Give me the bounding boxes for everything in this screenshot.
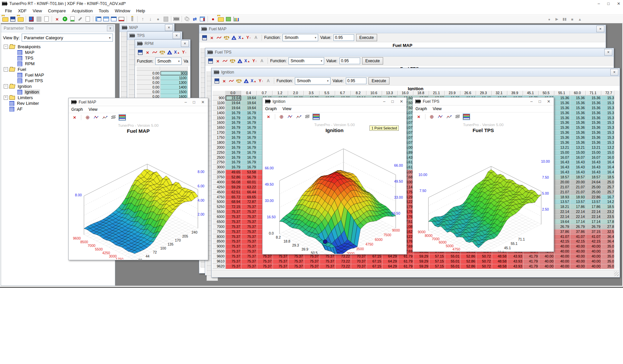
- row-header[interactable]: 8000: [212, 234, 226, 239]
- log-green-icon[interactable]: [225, 16, 232, 22]
- menu-help[interactable]: Help: [133, 8, 148, 14]
- rpm-breakpoint-cell[interactable]: 1400: [160, 85, 188, 90]
- data-cell[interactable]: 22.14: [570, 209, 586, 214]
- data-cell[interactable]: 61.79: [398, 264, 413, 269]
- data-cell[interactable]: 49.65: [226, 170, 241, 175]
- data-cell[interactable]: 15.36: [570, 135, 586, 140]
- legend-icon[interactable]: [463, 114, 470, 120]
- data-cell[interactable]: 43.93: [507, 259, 523, 264]
- playback-play-icon[interactable]: ▶: [553, 16, 560, 22]
- data-cell[interactable]: 75.37: [257, 264, 273, 269]
- trace-icon[interactable]: [222, 58, 229, 64]
- data-cell[interactable]: 40.00: [539, 264, 554, 269]
- column-header[interactable]: 45.1: [523, 91, 539, 95]
- data-cell[interactable]: 65.72: [226, 195, 241, 200]
- data-cell[interactable]: 75.37: [304, 264, 319, 269]
- data-cell[interactable]: 75.37: [319, 264, 335, 269]
- row-header[interactable]: 2250: [212, 150, 226, 155]
- maximize-icon[interactable]: □: [391, 99, 394, 104]
- column-header[interactable]: 3.5: [304, 91, 319, 95]
- trace-large-icon[interactable]: [446, 114, 452, 120]
- row-header[interactable]: 1700: [212, 130, 226, 135]
- data-cell[interactable]: 73.22: [335, 259, 351, 264]
- data-cell[interactable]: 61.79: [398, 254, 413, 259]
- data-cell[interactable]: 64.29: [382, 259, 398, 264]
- close-icon[interactable]: ×: [596, 26, 604, 32]
- data-cell[interactable]: 16.43: [570, 165, 586, 170]
- data-cell[interactable]: 15.36: [586, 100, 601, 105]
- close-icon[interactable]: ✕: [547, 99, 550, 104]
- row-header[interactable]: 3000: [212, 165, 226, 170]
- label-a-icon[interactable]: A: [259, 58, 265, 64]
- edit-a-icon[interactable]: A: [243, 78, 250, 84]
- tree-item-map[interactable]: −MAP: [3, 50, 115, 55]
- data-cell[interactable]: 16.79: [241, 150, 257, 155]
- data-cell[interactable]: 75.37: [226, 224, 241, 229]
- tree-item-fuel[interactable]: −Fuel: [3, 67, 115, 72]
- probe-icon[interactable]: [129, 16, 136, 22]
- tree-expander-icon[interactable]: −: [4, 84, 8, 89]
- row-header[interactable]: 9500: [212, 249, 226, 254]
- data-cell[interactable]: 16.79: [226, 130, 241, 135]
- data-cell[interactable]: 59.29: [413, 254, 429, 259]
- tree-item-fuel-tps[interactable]: −Fuel TPS: [3, 78, 115, 84]
- playback-eject-icon[interactable]: ▲: [576, 16, 583, 22]
- data-cell[interactable]: 61.79: [398, 259, 413, 264]
- save-icon[interactable]: [214, 78, 220, 84]
- data-cell[interactable]: 25.00: [586, 185, 601, 190]
- trace-icon[interactable]: [216, 35, 223, 41]
- data-cell[interactable]: 42.15: [554, 239, 570, 244]
- column-header[interactable]: 50.5: [539, 91, 554, 95]
- row-header[interactable]: 4000: [212, 180, 226, 185]
- data-cell[interactable]: 53.58: [241, 170, 257, 175]
- column-header[interactable]: 26.6: [460, 91, 476, 95]
- close-icon[interactable]: ×: [165, 24, 173, 31]
- view-properties-icon[interactable]: [110, 16, 117, 22]
- maximize-icon[interactable]: □: [193, 100, 195, 104]
- trace-large-icon[interactable]: [102, 114, 108, 120]
- data-cell[interactable]: 75.37: [257, 254, 273, 259]
- data-cell[interactable]: 15.36: [554, 135, 570, 140]
- rpm-value-cell[interactable]: 0.00: [136, 90, 160, 94]
- sync-arrows-icon[interactable]: ⇄: [191, 16, 198, 22]
- add-icon[interactable]: +: [61, 16, 68, 22]
- minimize-icon[interactable]: –: [598, 1, 600, 6]
- data-cell[interactable]: 15.36: [570, 100, 586, 105]
- data-cell[interactable]: 15.36: [570, 110, 586, 115]
- graph-menu-view[interactable]: View: [89, 107, 101, 112]
- scales-icon[interactable]: [223, 35, 230, 41]
- data-cell[interactable]: 75.37: [241, 244, 257, 249]
- open-icon[interactable]: [2, 16, 9, 22]
- column-header[interactable]: 0.7: [257, 91, 273, 95]
- data-cell[interactable]: 75.37: [319, 254, 335, 259]
- data-cell[interactable]: 55.01: [445, 259, 460, 264]
- data-cell[interactable]: 52.86: [460, 264, 476, 269]
- data-cell[interactable]: 75.37: [226, 234, 241, 239]
- data-cell[interactable]: 59.29: [413, 264, 429, 269]
- export-compare-icon[interactable]: [35, 16, 42, 22]
- data-cell[interactable]: 16.79: [241, 135, 257, 140]
- data-cell[interactable]: 21.07: [570, 185, 586, 190]
- data-cell[interactable]: 15.36: [586, 125, 601, 130]
- close-icon[interactable]: ×: [181, 40, 189, 47]
- data-cell[interactable]: 16.79: [226, 135, 241, 140]
- tree-item-fuel-map[interactable]: −Fuel MAP: [3, 72, 115, 78]
- row-header[interactable]: 7500: [212, 229, 226, 234]
- data-cell[interactable]: 16.43: [554, 165, 570, 170]
- data-cell[interactable]: 16.79: [226, 165, 241, 170]
- data-cell[interactable]: 13.21: [586, 145, 601, 150]
- row-header[interactable]: 4500: [212, 190, 226, 195]
- tree-item-breakpoints[interactable]: −Breakpoints: [3, 44, 115, 50]
- close-icon[interactable]: ×: [415, 114, 422, 120]
- data-cell[interactable]: 68.94: [226, 199, 241, 204]
- minimize-icon[interactable]: –: [185, 100, 187, 104]
- data-cell[interactable]: 13.57: [586, 199, 601, 204]
- legend-icon[interactable]: [313, 114, 319, 120]
- data-cell[interactable]: 18.93: [570, 195, 586, 200]
- nav-dot-icon[interactable]: ●: [155, 16, 162, 22]
- data-cell[interactable]: 21.07: [570, 190, 586, 195]
- column-header[interactable]: 60.0: [570, 91, 586, 95]
- data-cell[interactable]: 26.79: [554, 224, 570, 229]
- data-cell[interactable]: 75.37: [304, 254, 319, 259]
- data-cell[interactable]: 15.36: [570, 125, 586, 130]
